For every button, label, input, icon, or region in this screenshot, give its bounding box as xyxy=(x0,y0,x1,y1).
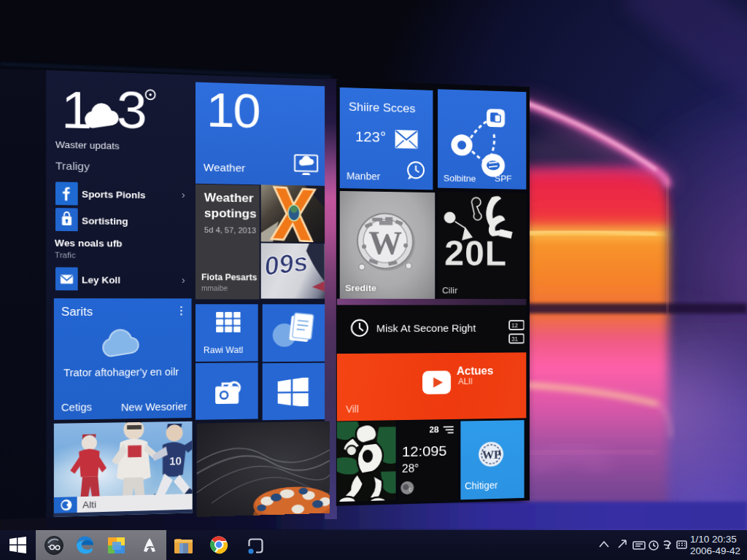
svg-text:c: c xyxy=(409,485,412,492)
svg-text:31: 31 xyxy=(511,335,518,342)
svg-text:20L: 20L xyxy=(444,233,507,273)
svg-text:WP: WP xyxy=(482,448,501,462)
svg-text:W: W xyxy=(368,225,402,262)
svg-text:12: 12 xyxy=(511,322,518,329)
svg-text:09s: 09s xyxy=(263,246,310,281)
svg-text:10: 10 xyxy=(169,455,182,467)
